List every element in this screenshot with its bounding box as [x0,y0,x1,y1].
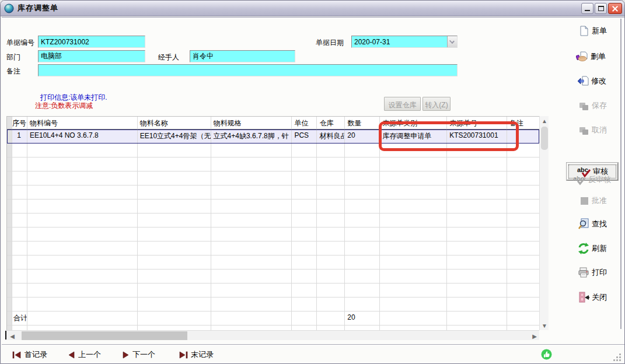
col-item-name: 物料名称 [138,117,211,130]
sidebar-refresh-label: 刷新 [592,243,607,254]
prev-record-icon [68,351,75,359]
transfer-in-button: 转入(Z) [423,97,451,111]
sidebar-find-button[interactable]: 查找 [577,218,607,230]
sidebar-approve-button: 批准 [579,195,607,206]
doc-date-input[interactable] [351,36,458,48]
table-row[interactable] [7,214,539,228]
cancel-icon [578,124,590,136]
table-row[interactable] [7,186,539,200]
app-globe-icon [4,4,14,13]
table-row[interactable] [7,270,539,284]
vertical-scrollbar[interactable]: ▲ ▼ [539,116,549,330]
col-item-no: 物料编号 [27,117,138,130]
sidebar-divider [620,19,621,329]
save-icon [578,100,590,111]
cell-spec: 立式4+4缺3.6.7.8脚，针 [211,130,292,144]
window-title: 库存调整单 [18,3,58,13]
source-columns-highlight-annotation [379,121,519,151]
table-row[interactable] [7,158,539,172]
doc-no-label: 单据编号 [6,38,34,48]
app-window: 库存调整单 单据编号 单据日期 部门 经手人 备注 打印信息:该单未打印. 注意… [0,0,625,364]
sidebar-close-label: 关闭 [592,292,607,303]
sidebar-refresh-button[interactable]: 刷新 [577,242,607,255]
maximize-icon [598,6,604,11]
handler-label: 经手人 [158,52,179,62]
minimize-button[interactable] [581,3,593,14]
scroll-up-icon[interactable]: ▲ [540,116,549,125]
col-qty: 数量 [345,117,380,130]
next-record-button[interactable]: 下一个 [122,349,155,360]
sidebar-cancel-button: 取消 [578,124,607,136]
new-doc-icon [578,25,590,37]
sidebar-delete-label: 删单 [591,51,606,62]
handler-input[interactable] [190,50,295,62]
col-spec: 物料规格 [211,117,292,130]
minimize-icon [585,10,590,11]
sidebar-save-button: 保存 [578,100,607,111]
horizontal-scrollbar[interactable]: ◀ ▶ [6,330,539,340]
sidebar-unaudit-button: abc 反审核 [572,174,611,186]
department-input[interactable] [38,50,145,62]
table-row[interactable] [7,326,539,330]
sidebar-save-label: 保存 [592,100,607,111]
scroll-right-icon[interactable]: ▶ [530,331,539,341]
total-label: 合计 [12,312,27,326]
scroll-down-icon[interactable]: ▼ [540,321,549,330]
svg-text:abc: abc [577,166,588,173]
prev-record-button[interactable]: 上一个 [68,349,101,360]
last-record-icon [179,351,188,359]
horizontal-scroll-thumb[interactable] [22,331,187,340]
client-area: 单据编号 单据日期 部门 经手人 备注 打印信息:该单未打印. 注意:负数表示调… [2,17,624,363]
record-nav-bar: 首记录 上一个 下一个 末记录 [2,344,624,364]
sidebar-edit-button[interactable]: 修改 [577,75,606,87]
remark-label: 备注 [6,66,20,76]
close-button[interactable] [608,3,622,14]
negative-warning-text: 注意:负数表示调减 [35,101,93,111]
total-qty: 20 [345,312,380,326]
sidebar-new-button[interactable]: 新单 [578,25,607,37]
resize-grip[interactable] [613,353,621,361]
last-record-button[interactable]: 末记录 [179,349,214,360]
table-row[interactable] [7,200,539,214]
delete-doc-icon [576,51,589,62]
cell-item-no: EE10L4+4 NO 3.6.7.8 [27,130,138,144]
table-row[interactable] [7,172,539,186]
close-door-icon [577,291,590,304]
row-indicator [7,130,12,144]
table-row[interactable] [7,284,539,298]
next-record-icon [122,351,130,359]
prev-record-label: 上一个 [78,349,101,360]
refresh-icon [577,242,590,255]
first-record-icon [12,351,22,359]
next-record-label: 下一个 [132,349,155,360]
row-indicator-header [7,117,12,130]
sidebar-new-label: 新单 [592,26,607,36]
status-ok-icon [541,349,552,360]
doc-no-input[interactable] [38,36,145,48]
col-seq: 序号 [12,117,27,130]
unaudit-icon: abc [572,174,586,186]
table-row[interactable] [7,256,539,270]
table-row[interactable] [7,242,539,256]
cell-seq: 1 [12,130,27,144]
cell-warehouse: 材料良品 [317,130,345,144]
sidebar-close-button[interactable]: 关闭 [577,291,607,304]
sidebar-find-label: 查找 [592,219,607,229]
table-row[interactable] [7,298,539,312]
sidebar-edit-label: 修改 [591,76,606,86]
sidebar-approve-label: 批准 [592,195,607,206]
vertical-scroll-thumb[interactable] [541,127,548,150]
table-row[interactable] [7,228,539,242]
maximize-button[interactable] [595,3,607,14]
sidebar-print-label: 打印 [592,267,607,278]
col-warehouse: 仓库 [317,117,345,130]
department-label: 部门 [6,52,20,62]
doc-date-dropdown-button[interactable] [447,36,457,47]
sidebar-delete-button[interactable]: 删单 [576,51,606,62]
scroll-left-icon[interactable]: ◀ [8,331,17,341]
first-record-button[interactable]: 首记录 [12,349,47,360]
remark-input[interactable] [38,64,458,76]
col-unit: 单位 [292,117,317,130]
sidebar-cancel-label: 取消 [592,125,607,135]
sidebar-print-button[interactable]: 打印 [577,267,607,278]
